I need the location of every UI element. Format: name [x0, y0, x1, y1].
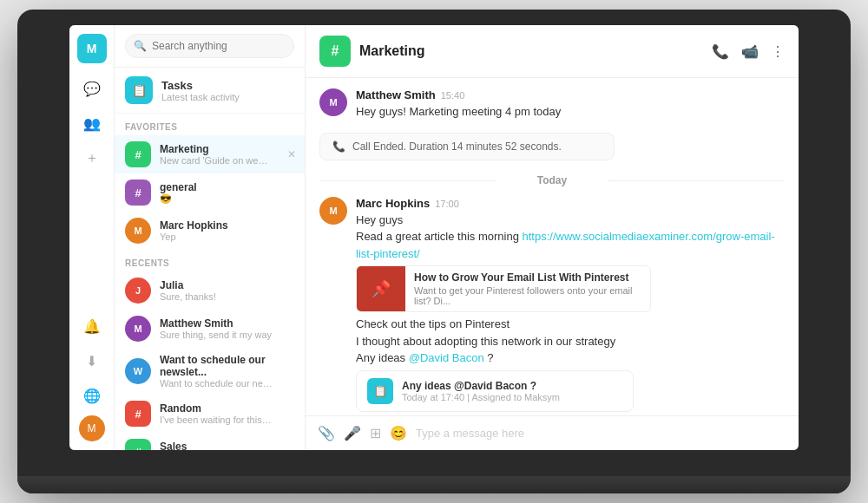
call-ended-text: Call Ended. Duration 14 minutes 52 secon… [352, 140, 562, 153]
channel-name: Marketing [359, 43, 703, 59]
preview-desc: Want to get your Pinterest followers ont… [414, 285, 641, 306]
phone-icon[interactable]: 📞 [712, 43, 729, 60]
message-input[interactable] [416, 427, 786, 440]
marc-msg-text1: Hey guys [356, 212, 785, 229]
chat-main: # Marketing 📞 📹 ⋮ M Matthew Smith 15:40 [306, 25, 799, 450]
sidebar-item-matthew[interactable]: M Matthew Smith Sure thing, send it my w… [115, 310, 305, 348]
call-ended-icon: 📞 [332, 140, 345, 153]
marketing-icon: # [125, 141, 151, 167]
random-text: Random I've been waiting for this 😊 [160, 402, 273, 426]
task-card[interactable]: 📋 Any ideas @David Bacon ? Today at 17:4… [356, 370, 634, 412]
sidebar: 🔍 📋 Tasks Latest task activity FAVORITES… [115, 25, 306, 450]
favorites-label: FAVORITES [115, 114, 305, 135]
marc-text: Marc Hopkins Yep [160, 219, 228, 242]
task-sub: Today at 17:40 | Assigned to Maksym [402, 392, 560, 402]
nav-bell-icon[interactable]: 🔔 [77, 311, 107, 341]
message-matthew: M Matthew Smith 15:40 Hey guys! Marketin… [319, 88, 785, 121]
newsletter-name: Want to schedule our newslet... [160, 354, 294, 378]
sidebar-item-sales[interactable]: # Sales emma [115, 433, 305, 450]
marketing-close-btn[interactable]: ✕ [287, 148, 296, 160]
user-avatar-bottom[interactable]: M [79, 415, 105, 441]
marc-msg-text4: I thought about adopting this network in… [356, 333, 785, 350]
random-preview: I've been waiting for this 😊 [160, 415, 273, 426]
search-icon: 🔍 [134, 40, 147, 52]
marketing-text: Marketing New card 'Guide on website o..… [160, 143, 273, 166]
tasks-icon: 📋 [125, 76, 153, 104]
preview-thumb: 📌 [357, 266, 405, 311]
marc-msg-name: Marc Hopkins [356, 197, 430, 210]
matthew-msg-header: Matthew Smith 15:40 [356, 88, 561, 101]
call-ended-box: 📞 Call Ended. Duration 14 minutes 52 sec… [319, 133, 615, 160]
sidebar-item-marc[interactable]: M Marc Hopkins Yep [115, 212, 305, 250]
sidebar-item-julia[interactable]: J Julia Sure, thanks! [115, 271, 305, 310]
article-link[interactable]: https://www.socialmediaexaminer.com/grow… [356, 230, 775, 260]
video-icon[interactable]: 📹 [741, 43, 759, 60]
laptop-base [17, 476, 851, 493]
marc-msg-text5: Any ideas @David Bacon ? [356, 349, 785, 367]
matthew-preview: Sure thing, send it my way [160, 330, 272, 340]
search-input[interactable] [125, 34, 294, 58]
general-icon: # [125, 180, 151, 206]
matthew-text: Matthew Smith Sure thing, send it my way [160, 317, 272, 340]
julia-preview: Sure, thanks! [160, 291, 216, 302]
random-name: Random [160, 402, 273, 415]
nav-chat-icon[interactable]: 💬 [77, 74, 107, 103]
sidebar-item-newsletter[interactable]: W Want to schedule our newslet... Want t… [115, 348, 305, 395]
task-title: Any ideas @David Bacon ? [402, 380, 560, 392]
sidebar-item-marketing[interactable]: # Marketing New card 'Guide on website o… [115, 135, 305, 173]
sidebar-tasks-item[interactable]: 📋 Tasks Latest task activity [115, 68, 305, 114]
marc-msg-avatar: M [319, 197, 347, 225]
marc-msg-text2: Read a great article this morning https:… [356, 228, 785, 262]
sales-icon: # [125, 439, 151, 450]
newsletter-preview: Want to schedule our newslet... [160, 378, 273, 389]
nav-add-icon[interactable]: ＋ [77, 143, 107, 173]
nav-download-icon[interactable]: ⬇ [77, 346, 107, 376]
preview-text: How to Grow Your Email List With Pintere… [405, 266, 650, 311]
attachment-icon[interactable]: 📎 [318, 425, 335, 441]
chat-input-bar[interactable]: 📎 🎤 ⊞ 😊 [306, 415, 799, 450]
nav-contacts-icon[interactable]: 👥 [77, 108, 107, 138]
tasks-sub: Latest task activity [161, 92, 240, 102]
sidebar-item-general[interactable]: # general 😎 [115, 173, 305, 212]
task-icon: 📋 [367, 378, 393, 404]
pinterest-icon: 📌 [372, 279, 391, 298]
grid-icon[interactable]: ⊞ [370, 425, 381, 441]
sales-name: Sales [160, 441, 187, 450]
sidebar-item-random[interactable]: # Random I've been waiting for this 😊 [115, 395, 305, 433]
marc-msg-text3: Check out the tips on Pinterest [356, 316, 785, 333]
general-preview: 😎 [160, 193, 197, 205]
marc-preview: Yep [160, 232, 228, 242]
task-info: Any ideas @David Bacon ? Today at 17:40 … [402, 380, 560, 402]
sidebar-search[interactable]: 🔍 [115, 25, 305, 68]
newsletter-avatar: W [125, 358, 151, 384]
laptop-wrapper: M 💬 👥 ＋ 🔔 ⬇ 🌐 M 🔍 📋 [17, 10, 851, 493]
microphone-icon[interactable]: 🎤 [344, 425, 361, 441]
chat-messages: M Matthew Smith 15:40 Hey guys! Marketin… [306, 78, 799, 415]
matthew-name: Matthew Smith [160, 317, 272, 330]
julia-avatar: J [125, 278, 151, 304]
preview-title: How to Grow Your Email List With Pintere… [414, 271, 641, 284]
user-avatar-top[interactable]: M [77, 34, 107, 63]
julia-name: Julia [160, 279, 216, 291]
link-preview[interactable]: 📌 How to Grow Your Email List With Pinte… [356, 265, 651, 312]
marc-msg-content: Marc Hopkins 17:00 Hey guys Read a great… [356, 197, 785, 415]
matthew-avatar: M [125, 316, 151, 342]
marc-avatar: M [125, 218, 151, 244]
tasks-text: Tasks Latest task activity [161, 79, 240, 102]
general-name: general [160, 181, 197, 193]
marketing-name: Marketing [160, 143, 273, 155]
channel-icon: # [319, 36, 351, 67]
matthew-msg-time: 15:40 [441, 90, 465, 101]
david-bacon-mention[interactable]: @David Bacon [409, 351, 484, 364]
matthew-msg-content: Matthew Smith 15:40 Hey guys! Marketing … [356, 88, 561, 121]
general-text: general 😎 [160, 181, 197, 205]
newsletter-text: Want to schedule our newslet... Want to … [160, 354, 294, 389]
matthew-msg-text: Hey guys! Marketing meeting 4 pm today [356, 103, 561, 121]
emoji-icon[interactable]: 😊 [390, 425, 407, 441]
nav-globe-icon[interactable]: 🌐 [77, 381, 107, 410]
matthew-msg-name: Matthew Smith [356, 88, 436, 101]
recents-label: RECENTS [115, 250, 305, 271]
marc-name: Marc Hopkins [160, 219, 228, 232]
more-icon[interactable]: ⋮ [771, 43, 785, 60]
laptop-screen: M 💬 👥 ＋ 🔔 ⬇ 🌐 M 🔍 📋 [69, 25, 799, 450]
